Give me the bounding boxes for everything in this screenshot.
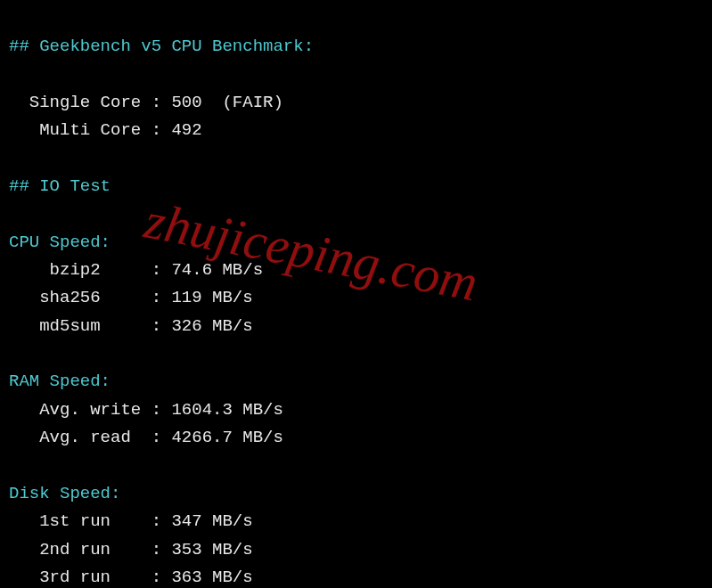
disk-run1-value: 347 MB/s bbox=[171, 511, 252, 531]
multi-core-value: 492 bbox=[171, 120, 201, 140]
geekbench-header: ## Geekbench v5 CPU Benchmark: bbox=[9, 37, 314, 56]
ram-write-label: Avg. write : bbox=[9, 400, 171, 420]
cpu-speed-header: CPU Speed: bbox=[9, 233, 110, 252]
disk-run3-value: 363 MB/s bbox=[171, 568, 252, 587]
md5sum-label: md5sum : bbox=[9, 316, 171, 336]
bzip2-value: 74.6 MB/s bbox=[171, 260, 263, 280]
ram-read-label: Avg. read : bbox=[9, 428, 171, 447]
single-core-value: 500 (FAIR) bbox=[171, 93, 282, 112]
disk-speed-header: Disk Speed: bbox=[9, 484, 120, 503]
ram-write-value: 1604.3 MB/s bbox=[171, 400, 282, 420]
single-core-label: Single Core : bbox=[9, 93, 171, 112]
bzip2-label: bzip2 : bbox=[9, 260, 171, 280]
ram-speed-header: RAM Speed: bbox=[9, 372, 110, 391]
sha256-label: sha256 : bbox=[9, 288, 171, 307]
sha256-value: 119 MB/s bbox=[171, 288, 252, 307]
multi-core-label: Multi Core : bbox=[9, 120, 171, 140]
disk-run2-value: 353 MB/s bbox=[171, 540, 252, 559]
disk-run1-label: 1st run : bbox=[9, 511, 171, 531]
disk-run3-label: 3rd run : bbox=[9, 568, 171, 587]
io-test-header: ## IO Test bbox=[9, 176, 110, 196]
ram-read-value: 4266.7 MB/s bbox=[171, 428, 282, 447]
disk-run2-label: 2nd run : bbox=[9, 540, 171, 559]
md5sum-value: 326 MB/s bbox=[171, 316, 252, 336]
terminal-output: ## Geekbench v5 CPU Benchmark: Single Co… bbox=[0, 0, 712, 588]
